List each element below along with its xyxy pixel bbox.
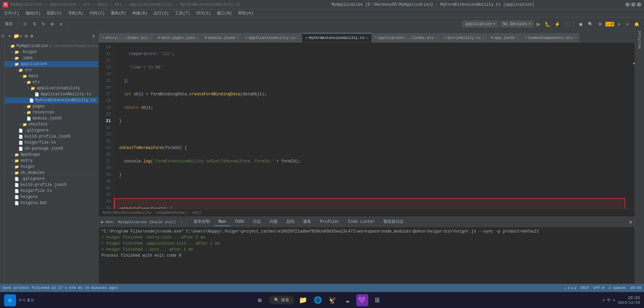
close-panel-button[interactable]: ✕ [57, 21, 65, 28]
profile-button[interactable]: ⚡ [553, 21, 561, 28]
search-toolbar-button[interactable]: 🔍 [586, 21, 595, 28]
tree-entry[interactable]: ▾ 📁 entry [5, 158, 98, 164]
tab-application-ability[interactable]: ● ApplicationAbility.ts ✕ [242, 33, 303, 42]
tab-module-json[interactable]: ● module.json5 ✕ [202, 33, 242, 42]
tree-resources[interactable]: ▸ 📁 resources [5, 109, 98, 115]
tab-index-ets[interactable]: ● entry\...\Index.ets ✕ [99, 33, 154, 42]
breadcrumb-item-3[interactable]: obj2 [192, 211, 201, 215]
taskbar-edge[interactable]: 🦅 [327, 294, 339, 306]
settings-button[interactable]: ⚙ [48, 21, 56, 28]
menu-help[interactable]: 帮助(H) [235, 10, 256, 17]
start-button[interactable]: ⊞ [4, 294, 16, 306]
taskbar-cloud[interactable]: ☁ [341, 294, 354, 306]
collapse-all-button[interactable]: ⊖ [24, 33, 28, 40]
tab-close-6[interactable]: ✕ [482, 36, 484, 40]
terminal-button[interactable]: ▣ [577, 21, 585, 28]
taskbar-terminal[interactable]: 🖥 [371, 294, 383, 306]
bottom-tab-vcs[interactable]: 版本控制 [190, 217, 214, 226]
tree-main[interactable]: ▾ 📁 main [5, 73, 98, 79]
settings-toolbar-button[interactable]: ⚙ [596, 21, 604, 28]
close-sidebar-button[interactable]: ✕ [92, 33, 96, 40]
bottom-tab-codelinter[interactable]: Code Linter [344, 218, 379, 226]
tree-application[interactable]: ▾ 📁 application [5, 61, 98, 67]
tree-hvigor[interactable]: ▸ 📁 hvigor [5, 164, 98, 170]
debug-button[interactable]: 🐛 [543, 21, 552, 28]
expand-button[interactable]: ∧ [615, 21, 623, 28]
add-file-button[interactable]: + [7, 33, 11, 40]
project-view-button[interactable]: 项目 [3, 20, 15, 28]
tab-common-components[interactable]: ● CommonComponents.ets ✕ [521, 33, 580, 42]
bottom-tab-problems[interactable]: 问题 [266, 217, 282, 226]
sync-button[interactable]: ⇅ [31, 21, 38, 28]
tab-close-3[interactable]: ✕ [296, 36, 298, 40]
notification-button[interactable]: 🔔 [632, 21, 641, 28]
bottom-tab-log[interactable]: 日志 [249, 217, 265, 226]
tree-oh-package[interactable]: ▸ 📄 oh-package.json5 [5, 146, 98, 152]
tree-oh-modules[interactable]: ▸ 📁 oh_modules [5, 170, 98, 176]
tree-ets[interactable]: ▾ 📁 ets [5, 79, 98, 85]
run-config-selector[interactable]: application ▾ [462, 20, 498, 28]
tree-appscope[interactable]: ▸ 📁 AppScope [5, 152, 98, 158]
minimize-button[interactable]: ─ [626, 2, 630, 7]
tree-applicationability[interactable]: ▾ 📁 applicationability [5, 85, 98, 91]
bottom-tab-services[interactable]: 服务 [299, 217, 315, 226]
tree-applicationability-ts[interactable]: ▸ 📄 ApplicationAbility.ts [5, 91, 98, 97]
tree-myform-ts[interactable]: ▸ 📄 MyFormExtensionAbility.ts [5, 97, 98, 103]
menu-file[interactable]: 文件(F) [1, 10, 22, 17]
tab-app-json[interactable]: ● app.json5 ✕ [488, 33, 521, 42]
tab-close-0[interactable]: ✕ [149, 36, 151, 40]
search-bar[interactable]: 🔍 搜索 [269, 296, 294, 304]
breadcrumb-item-1[interactable]: MyFormExtensionAbility [103, 211, 151, 215]
taskbar-purple-app[interactable]: 💜 [356, 294, 368, 306]
tree-hvigor[interactable]: ▸ 📁 .hvigor [5, 49, 98, 55]
devices-selector[interactable]: No Devices ▾ [500, 20, 534, 28]
maximize-button[interactable]: □ [631, 2, 636, 7]
menu-tools[interactable]: 工具(T) [172, 10, 193, 17]
run-close-button[interactable]: ✕ [180, 220, 183, 224]
tree-build-profile[interactable]: ▸ 📄 build-profile.json5 [5, 134, 98, 140]
menu-build[interactable]: 构建(B) [130, 10, 150, 17]
menu-vcs[interactable]: VCS(S) [193, 10, 213, 16]
tab-myform[interactable]: ● MyFormExtensionAbility.ts ✕ [302, 33, 371, 42]
add-folder-button[interactable]: 📁+ [13, 33, 22, 40]
menu-nav[interactable]: 导航(N) [65, 10, 86, 17]
refresh-button[interactable]: ↻ [40, 21, 47, 28]
tree-hvigorw[interactable]: ▸ 📄 hvigorw [5, 194, 98, 200]
menu-view[interactable]: 视图(V) [44, 10, 65, 17]
taskbar-browser[interactable]: 🌐 [312, 294, 324, 306]
tree-hvigorfile-app[interactable]: ▸ 📄 hvigorfile.ts [5, 140, 98, 146]
run-button[interactable]: ▶ [535, 20, 542, 28]
settings-sidebar-button[interactable]: ⚙ [30, 33, 34, 40]
status-warnings[interactable]: ⚠ 2 ∧ ∨ [564, 286, 576, 290]
notifications-icon[interactable]: Notifications [636, 32, 643, 39]
status-encoding[interactable]: UTF-8 [593, 286, 604, 290]
breadcrumb-item-2[interactable]: onUpdateForm() [156, 211, 187, 215]
stop-button[interactable]: ⬛ [563, 21, 571, 28]
close-button[interactable]: ✕ [637, 2, 641, 7]
tree-hvigorfile-root[interactable]: ▸ 📄 hvigorfile.ts [5, 188, 98, 194]
menu-refactor[interactable]: 重构(R) [108, 10, 129, 17]
collapse-button[interactable]: ∨ [624, 21, 631, 28]
status-indent[interactable]: 2 spaces [608, 286, 626, 290]
window-controls[interactable]: ─ □ ✕ [626, 2, 641, 7]
tab-close-8[interactable]: ✕ [574, 36, 576, 40]
tree-module-json[interactable]: ▸ 📄 module.json5 [5, 115, 98, 121]
menu-edit[interactable]: 编辑(E) [23, 10, 44, 17]
tree-root[interactable]: ▾ 📁 MyApplication E:\HarmonyOS\MyApplica… [5, 43, 98, 49]
bottom-tab-run[interactable]: Run [215, 218, 230, 226]
bottom-tab-todo[interactable]: TODO [231, 218, 248, 226]
tab-entry-ability[interactable]: ● EntryAbility.ts ✕ [441, 33, 488, 42]
bottom-settings-button[interactable]: ⚙ [629, 219, 632, 225]
tab-main-pages[interactable]: ● main_pages.json ✕ [154, 33, 201, 42]
tab-close-2[interactable]: ✕ [236, 36, 238, 40]
tree-gitignore-root[interactable]: ▸ 📄 .gitignore [5, 176, 98, 182]
tree-idea[interactable]: ▸ 📁 .idea [5, 55, 98, 61]
taskbar-windows-button[interactable]: ⊞ [254, 294, 266, 306]
bottom-tab-preview-log[interactable]: 预览器日志 [379, 217, 408, 226]
menu-code[interactable]: 代码(C) [87, 10, 107, 17]
tree-src[interactable]: ▾ 📁 src [5, 67, 98, 73]
tree-hvigorw-bat[interactable]: ▸ 📄 hvigorw.bat [5, 200, 98, 206]
tab-app-index[interactable]: ● application\...\Index.ets ✕ [372, 33, 441, 42]
taskbar-fileexplorer[interactable]: 📁 [297, 294, 309, 306]
tab-close-1[interactable]: ✕ [196, 36, 198, 40]
